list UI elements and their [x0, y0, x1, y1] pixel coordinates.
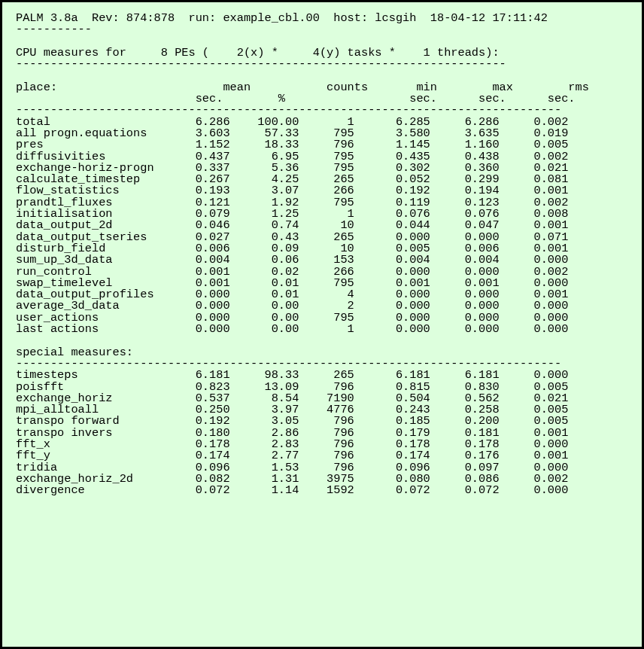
- special-rows: timesteps 6.181 98.33 265 6.181 6.181 0.…: [16, 368, 568, 497]
- rule-short: ----------------------------------------…: [16, 57, 506, 71]
- header-line: PALM 3.8a Rev: 874:878 run: example_cbl.…: [16, 11, 548, 25]
- main-rows: total 6.286 100.00 1 6.285 6.286 0.002 a…: [16, 115, 568, 336]
- header-dashes: -----------: [16, 23, 92, 36]
- terminal-output: PALM 3.8a Rev: 874:878 run: example_cbl.…: [0, 0, 644, 649]
